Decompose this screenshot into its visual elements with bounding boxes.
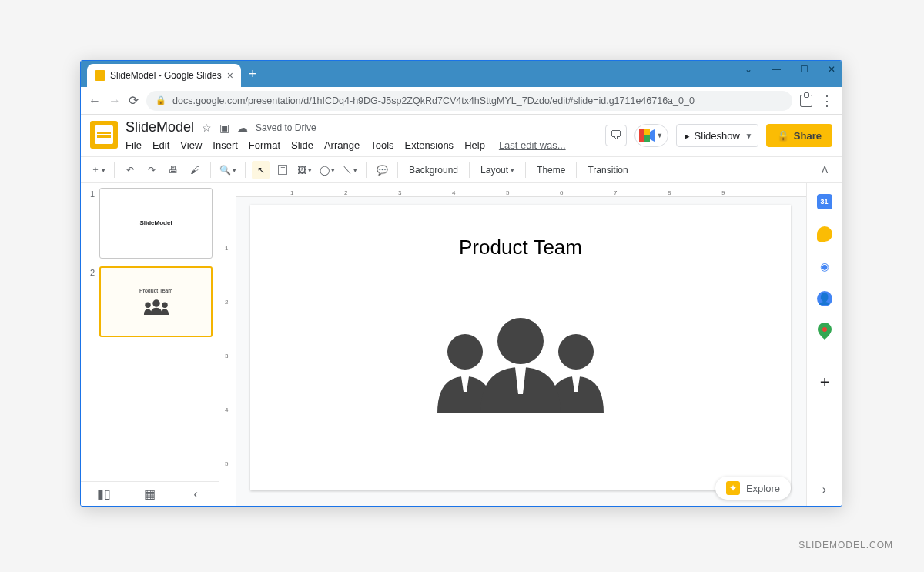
print-button[interactable]: 🖶 [164, 161, 182, 179]
menu-format[interactable]: Format [249, 139, 280, 151]
minimize-icon[interactable]: — [769, 64, 783, 75]
horizontal-ruler: 1 2 3 4 5 6 7 8 9 [236, 183, 806, 197]
meet-button[interactable]: ▼ [634, 124, 668, 147]
select-tool[interactable]: ↖ [252, 161, 270, 179]
window-dropdown-icon[interactable]: ⌄ [742, 64, 755, 75]
image-tool[interactable]: 🖼▾ [295, 161, 314, 179]
slides-favicon-icon [95, 70, 105, 81]
browser-titlebar: SlideModel - Google Slides × + ⌄ — ☐ ✕ [81, 61, 842, 87]
browser-menu-icon[interactable]: ⋮ [820, 92, 834, 109]
menu-file[interactable]: File [126, 139, 142, 151]
tasks-icon[interactable]: ◉ [817, 259, 832, 274]
menu-extensions[interactable]: Extensions [405, 139, 454, 151]
undo-button[interactable]: ↶ [121, 161, 139, 179]
background-button[interactable]: Background [404, 161, 463, 179]
svg-point-5 [162, 303, 167, 308]
forward-icon[interactable]: → [109, 94, 121, 108]
menu-slide[interactable]: Slide [291, 139, 313, 151]
lock-share-icon: 🔒 [777, 130, 789, 142]
extensions-icon[interactable] [800, 95, 812, 107]
explore-button[interactable]: ✦ Explore [715, 477, 791, 500]
saved-status: Saved to Drive [256, 122, 316, 133]
menu-arrange[interactable]: Arrange [324, 139, 360, 151]
meet-icon [639, 129, 654, 142]
menu-insert[interactable]: Insert [213, 139, 238, 151]
maximize-icon[interactable]: ☐ [797, 64, 811, 75]
svg-point-10 [558, 334, 594, 370]
slide-title-text[interactable]: Product Team [459, 236, 582, 259]
collapse-rail-icon[interactable]: › [822, 483, 826, 497]
svg-point-7 [447, 334, 483, 370]
zoom-button[interactable]: 🔍▾ [217, 161, 239, 179]
team-people-icon[interactable] [420, 306, 621, 413]
svg-rect-2 [644, 135, 650, 142]
slide-thumbnail-1[interactable]: SlideModel [99, 188, 213, 259]
menu-bar: File Edit View Insert Format Slide Arran… [126, 137, 605, 156]
browser-urlbar: ← → ⟳ 🔒 docs.google.com/presentation/d/1… [81, 87, 842, 115]
maps-icon[interactable] [817, 323, 832, 339]
svg-rect-0 [639, 129, 644, 142]
app-header: SlideModel ☆ ▣ ☁ Saved to Drive File Edi… [81, 115, 842, 157]
close-tab-icon[interactable]: × [227, 69, 233, 82]
slide-panel: 1 SlideModel 2 Product Team [81, 183, 219, 506]
star-icon[interactable]: ☆ [202, 122, 212, 134]
last-edit-link[interactable]: Last edit was... [499, 139, 566, 151]
keep-icon[interactable] [817, 226, 832, 242]
line-tool[interactable]: ＼▾ [340, 161, 360, 179]
collapse-panel-icon[interactable]: ‹ [186, 485, 205, 503]
calendar-icon[interactable]: 31 [817, 194, 832, 209]
new-tab-button[interactable]: + [249, 66, 257, 82]
share-button[interactable]: 🔒 Share [766, 124, 832, 147]
slide-canvas[interactable]: Product Team [250, 205, 791, 490]
svg-marker-3 [650, 129, 654, 142]
side-panel: 31 ◉ 👤 ＋ › [806, 183, 842, 506]
move-folder-icon[interactable]: ▣ [219, 122, 229, 134]
shape-tool[interactable]: ◯▾ [317, 161, 337, 179]
textbox-tool[interactable]: 🅃 [273, 161, 292, 179]
back-icon[interactable]: ← [89, 94, 101, 108]
svg-point-16 [822, 327, 827, 332]
menu-tools[interactable]: Tools [370, 139, 393, 151]
cloud-saved-icon: ☁ [237, 122, 248, 134]
slideshow-label: Slideshow [695, 130, 740, 142]
collapse-toolbar-icon[interactable]: ᐱ [815, 161, 834, 179]
browser-window: SlideModel - Google Slides × + ⌄ — ☐ ✕ ←… [80, 60, 842, 507]
url-input[interactable]: 🔒 docs.google.com/presentation/d/1hICDq4… [146, 91, 792, 111]
slideshow-dropdown[interactable]: ▼ [740, 124, 758, 147]
layout-button[interactable]: Layout▾ [476, 161, 519, 179]
comment-icon: 🗨 [610, 129, 622, 142]
theme-button[interactable]: Theme [532, 161, 570, 179]
close-window-icon[interactable]: ✕ [825, 64, 839, 75]
comment-tool[interactable]: 💬 [373, 161, 391, 179]
canvas-area: 1 2 3 4 5 1 2 3 4 5 6 7 8 9 [219, 183, 806, 506]
paint-format-button[interactable]: 🖌 [186, 161, 204, 179]
slides-logo-icon[interactable] [90, 121, 118, 149]
reload-icon[interactable]: ⟳ [129, 93, 139, 108]
slideshow-button[interactable]: ▸ Slideshow [676, 124, 748, 147]
slide-thumbnail-2[interactable]: Product Team [99, 266, 213, 337]
menu-view[interactable]: View [180, 139, 202, 151]
add-addon-icon[interactable]: ＋ [817, 373, 832, 389]
toolbar: ＋▾ ↶ ↷ 🖶 🖌 🔍▾ ↖ 🅃 🖼▾ ◯▾ ＼▾ 💬 Background … [81, 157, 842, 183]
browser-tab[interactable]: SlideModel - Google Slides × [87, 64, 241, 87]
transition-button[interactable]: Transition [583, 161, 632, 179]
contacts-icon[interactable]: 👤 [817, 291, 832, 306]
document-title[interactable]: SlideModel [126, 119, 194, 135]
workarea: 1 SlideModel 2 Product Team [81, 183, 842, 506]
new-slide-button[interactable]: ＋▾ [89, 161, 108, 179]
svg-point-4 [145, 303, 150, 308]
slide-number: 1 [87, 188, 95, 259]
svg-point-6 [152, 300, 159, 307]
menu-help[interactable]: Help [464, 139, 485, 151]
comments-button[interactable]: 🗨 [605, 125, 627, 146]
svg-point-13 [497, 318, 544, 364]
grid-view-icon[interactable]: ▦ [140, 485, 159, 503]
tab-title: SlideModel - Google Slides [110, 70, 222, 81]
play-icon: ▸ [685, 130, 690, 142]
slide-panel-footer: ▮▯ ▦ ‹ [81, 481, 219, 506]
filmstrip-view-icon[interactable]: ▮▯ [95, 485, 113, 503]
menu-edit[interactable]: Edit [152, 139, 169, 151]
redo-button[interactable]: ↷ [142, 161, 161, 179]
window-controls: ⌄ — ☐ ✕ [742, 64, 839, 75]
svg-rect-1 [644, 129, 650, 135]
